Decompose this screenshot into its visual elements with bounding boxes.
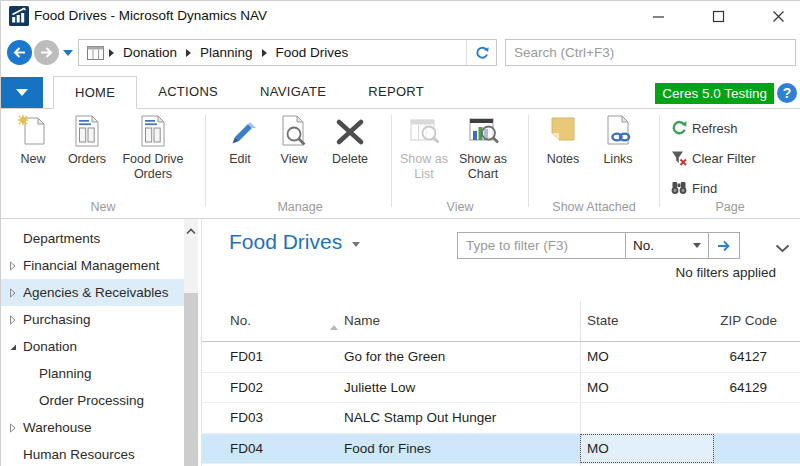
- filter-column-dropdown[interactable]: No.: [626, 233, 708, 258]
- cell-state-focused[interactable]: MO: [580, 434, 714, 464]
- tab-report[interactable]: REPORT: [347, 76, 445, 109]
- tab-home[interactable]: HOME: [53, 76, 137, 109]
- button-label: Clear Filter: [692, 151, 756, 166]
- apply-filter-button[interactable]: [709, 233, 739, 258]
- table-row[interactable]: FD02 Juliette Low MO 64129: [202, 373, 800, 404]
- refresh-button[interactable]: Refresh: [671, 117, 738, 139]
- table-body: FD01 Go for the Green MO 64127 FD02 Juli…: [202, 342, 800, 464]
- column-header-no[interactable]: No.: [230, 313, 251, 328]
- sidebar-item-human-resources[interactable]: Human Resources: [1, 441, 184, 466]
- expander-collapsed-icon[interactable]: [8, 288, 18, 298]
- content-area: Departments Financial Management Agencie…: [1, 219, 800, 466]
- links-button[interactable]: Links: [592, 109, 644, 167]
- sidebar-item-warehouse[interactable]: Warehouse: [1, 414, 184, 441]
- new-button[interactable]: New: [7, 109, 59, 167]
- sidebar-scrollbar[interactable]: [184, 219, 198, 466]
- button-label: Orders: [68, 152, 106, 167]
- column-header-name[interactable]: Name: [344, 313, 380, 328]
- history-dropdown-icon[interactable]: [63, 50, 73, 56]
- breadcrumb-item-planning[interactable]: Planning: [200, 45, 253, 60]
- sidebar-item-planning[interactable]: Planning: [1, 360, 184, 387]
- cell-zip: 64129: [729, 373, 767, 402]
- ribbon-group-label: Manage: [213, 200, 387, 214]
- chevron-down-icon: [16, 89, 28, 96]
- ribbon: New Orders: [1, 109, 800, 219]
- find-binoculars-icon: [671, 180, 687, 196]
- search-box: [505, 39, 796, 66]
- show-list-icon: [408, 114, 440, 150]
- breadcrumb-item-food-drives[interactable]: Food Drives: [276, 45, 349, 60]
- breadcrumb-arrow-icon: [262, 49, 267, 57]
- table-row[interactable]: FD03 NALC Stamp Out Hunger: [202, 403, 800, 434]
- cell-no: FD02: [230, 373, 263, 402]
- close-button[interactable]: [758, 1, 798, 31]
- navigation-pane: Departments Financial Management Agencie…: [1, 219, 201, 466]
- view-button[interactable]: View: [267, 109, 321, 167]
- button-label: Food Drive Orders: [115, 152, 191, 181]
- sidebar-item-donation[interactable]: Donation: [1, 333, 184, 360]
- button-label: Delete: [332, 152, 368, 167]
- column-header-zip[interactable]: ZIP Code: [720, 313, 777, 328]
- minimize-button[interactable]: [638, 1, 678, 31]
- expander-collapsed-icon[interactable]: [8, 423, 18, 433]
- filter-status: No filters applied: [675, 265, 776, 280]
- ribbon-group-label: View: [397, 200, 523, 214]
- orders-button[interactable]: Orders: [59, 109, 115, 167]
- cell-no: FD04: [230, 434, 263, 463]
- show-chart-icon: [467, 114, 499, 150]
- cell-state: MO: [587, 342, 609, 371]
- column-header-state[interactable]: State: [587, 313, 619, 328]
- application-window: Food Drives - Microsoft Dynamics NAV: [0, 0, 800, 466]
- find-button[interactable]: Find: [671, 177, 717, 199]
- delete-button[interactable]: Delete: [321, 109, 379, 167]
- scroll-up-icon[interactable]: [184, 219, 198, 243]
- ribbon-separator: [528, 115, 529, 207]
- breadcrumb-item-donation[interactable]: Donation: [123, 45, 177, 60]
- expander-collapsed-icon[interactable]: [8, 261, 18, 271]
- notes-button[interactable]: Notes: [534, 109, 592, 167]
- tab-actions[interactable]: ACTIONS: [137, 76, 239, 109]
- window-title: Food Drives - Microsoft Dynamics NAV: [34, 8, 267, 23]
- collapse-filter-pane-icon[interactable]: [775, 239, 790, 257]
- show-as-chart-button[interactable]: Show as Chart: [451, 109, 515, 181]
- scrollbar-thumb[interactable]: [184, 293, 198, 466]
- cell-zip: 64127: [729, 342, 767, 371]
- sidebar-item-financial-management[interactable]: Financial Management: [1, 252, 184, 279]
- filter-input[interactable]: [458, 233, 625, 258]
- back-button[interactable]: [7, 40, 32, 65]
- search-input[interactable]: [506, 40, 795, 65]
- page-title[interactable]: Food Drives: [229, 230, 360, 254]
- expander-expanded-icon[interactable]: [8, 342, 18, 352]
- cell-name: Juliette Low: [344, 373, 415, 402]
- expander-collapsed-icon[interactable]: [8, 315, 18, 325]
- clear-filter-button[interactable]: Clear Filter: [671, 147, 756, 169]
- tab-navigate[interactable]: NAVIGATE: [239, 76, 347, 109]
- refresh-page-icon[interactable]: [466, 40, 496, 65]
- maximize-button[interactable]: [698, 1, 738, 31]
- application-menu-button[interactable]: [1, 77, 43, 108]
- refresh-icon: [671, 120, 687, 136]
- sidebar-item-agencies-receivables[interactable]: Agencies & Receivables: [1, 279, 184, 306]
- cell-name: NALC Stamp Out Hunger: [344, 403, 496, 432]
- links-icon: [603, 114, 633, 150]
- cell-name: Go for the Green: [344, 342, 445, 371]
- notes-icon: [548, 114, 578, 150]
- button-label: Links: [603, 152, 632, 167]
- table-row[interactable]: FD01 Go for the Green MO 64127: [202, 342, 800, 373]
- ribbon-separator: [659, 115, 660, 207]
- sidebar-item-departments[interactable]: Departments: [1, 225, 184, 252]
- help-icon[interactable]: ?: [777, 83, 797, 103]
- orders-icon: [73, 114, 101, 150]
- table-row-selected[interactable]: FD04 Food for Fines MO: [202, 434, 800, 465]
- breadcrumb[interactable]: Donation Planning Food Drives: [78, 39, 497, 66]
- sidebar-item-order-processing[interactable]: Order Processing: [1, 387, 184, 414]
- sidebar-item-purchasing[interactable]: Purchasing: [1, 306, 184, 333]
- dynamics-nav-app-icon: [9, 6, 29, 26]
- forward-button[interactable]: [34, 40, 59, 65]
- breadcrumb-arrow-icon: [109, 49, 114, 57]
- show-as-list-button: Show as List: [397, 109, 451, 181]
- clear-filter-icon: [671, 150, 687, 166]
- chevron-down-icon: [352, 242, 360, 247]
- edit-button[interactable]: Edit: [213, 109, 267, 167]
- food-drive-orders-button[interactable]: Food Drive Orders: [115, 109, 191, 181]
